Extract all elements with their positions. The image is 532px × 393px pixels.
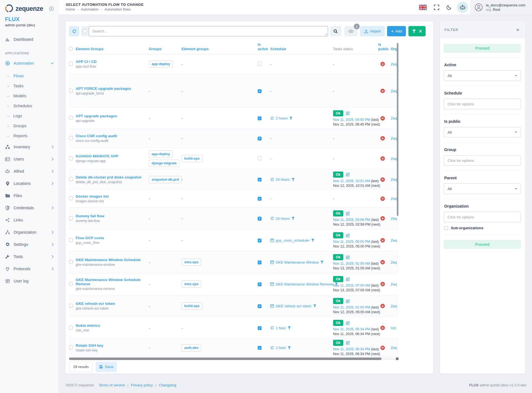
last-run-link[interactable]: Nov 11, 2025, 05:34 PM <box>333 347 370 351</box>
row-checkbox[interactable] <box>69 216 73 220</box>
last-run-link[interactable]: Nov 11, 2025, 04:50 PM <box>333 118 370 122</box>
is-active-checkbox[interactable]: ✓ <box>258 239 262 243</box>
org-link[interactable]: Zeq <box>391 304 397 308</box>
flow-name-link[interactable]: Rotate SSH key <box>76 343 147 348</box>
status-badge[interactable]: Ok <box>333 340 343 346</box>
org-link[interactable]: Zeq <box>391 346 397 350</box>
schedule-filter-icon[interactable] <box>288 326 291 330</box>
row-checkbox[interactable] <box>69 345 73 349</box>
fullscreen-button[interactable] <box>430 5 443 10</box>
flow-name-link[interactable]: APT FORCE upgrade packages <box>76 86 147 91</box>
sidebar-item-dashboard[interactable]: Dashboard <box>5 33 54 45</box>
status-badge[interactable]: Ok <box>333 172 343 178</box>
schedule-filter-icon[interactable] <box>320 261 324 264</box>
vertical-scrollbar[interactable] <box>397 43 398 216</box>
is-active-checkbox[interactable] <box>258 62 262 66</box>
footer-link-privacy[interactable]: Privacy policy <box>131 383 153 387</box>
org-link[interactable]: Zeq <box>391 238 397 243</box>
horizontal-scrollbar[interactable] <box>69 358 398 360</box>
schedule-filter-icon[interactable] <box>291 217 295 220</box>
element-group-badge[interactable]: auth.dev <box>181 344 201 351</box>
sidebar-item-tools[interactable]: Tools <box>5 251 54 263</box>
status-badge[interactable]: Ok <box>333 210 343 216</box>
status-badge[interactable]: Ok <box>333 232 343 238</box>
edit-icon[interactable] <box>346 211 350 216</box>
column-header-groups[interactable]: Groups <box>149 47 181 51</box>
row-checkbox[interactable] <box>69 282 73 286</box>
flow-name-link[interactable]: Cisco CSR config audit <box>76 134 147 138</box>
schedule-filter-icon[interactable] <box>311 239 314 242</box>
schedule-link[interactable]: GKE Maintenance Window Remove <box>276 282 333 286</box>
flow-name-link[interactable]: Docker images list <box>76 194 147 198</box>
sidebar-item-inventory[interactable]: Inventory <box>5 141 54 153</box>
org-link[interactable]: Zeq <box>391 216 397 221</box>
search-button[interactable] <box>330 26 341 36</box>
sidebar-item-credentials[interactable]: Credentials <box>5 202 54 214</box>
org-link[interactable]: Zeq <box>391 196 397 201</box>
filter-schedule-input[interactable]: Click for options <box>444 99 521 109</box>
select-all-checkbox[interactable] <box>69 47 73 51</box>
element-group-badge[interactable]: build.ops <box>181 302 203 310</box>
sidebar-item-alfred[interactable]: Alfred <box>5 165 54 177</box>
element-group-badge[interactable]: nms.ops <box>181 259 201 266</box>
select-all-checkbox[interactable] <box>83 29 87 33</box>
is-active-checkbox[interactable] <box>258 156 262 160</box>
footer-link-changelog[interactable]: Changelog <box>159 383 176 387</box>
flow-name-link[interactable]: APP CI / CD <box>76 60 147 64</box>
edit-icon[interactable] <box>346 255 350 259</box>
flow-name-link[interactable]: Nokia metrics <box>76 323 147 328</box>
flow-name-link[interactable]: GKE refresh ecr token <box>76 302 147 306</box>
brand-logo[interactable]: zequenze <box>5 4 54 13</box>
last-run-link[interactable]: Nov 11, 2025, 05:00 PM <box>333 240 370 244</box>
org-link[interactable]: Zeq <box>391 89 397 93</box>
sidebar-item-models[interactable]: –Models <box>5 91 54 101</box>
schedule-filter-icon[interactable] <box>288 346 291 349</box>
refresh-button[interactable] <box>69 26 79 36</box>
org-link[interactable]: Zeq <box>391 62 397 66</box>
group-badge[interactable]: snapshot-db.prd <box>149 176 182 183</box>
proceed-button-bottom[interactable]: Proceed <box>444 240 521 249</box>
schedule-link[interactable]: GKE Maintenance Window <box>276 260 319 264</box>
sidebar-item-files[interactable]: Files <box>5 190 54 202</box>
flow-name-link[interactable]: GKE Maintenance Window Schedule Remove <box>76 278 147 286</box>
sidebar-item-logs[interactable]: –Logs <box>5 111 54 121</box>
is-active-checkbox[interactable]: ✓ <box>258 326 262 330</box>
row-checkbox[interactable] <box>69 260 73 264</box>
flow-name-link[interactable]: DJANGO MIGRATE APP <box>76 154 147 158</box>
suborg-checkbox[interactable] <box>444 226 448 230</box>
edit-icon[interactable] <box>346 233 350 238</box>
flow-name-link[interactable]: APT upgrade packages <box>76 114 147 118</box>
horizontal-scrollbar-thumb[interactable] <box>69 358 382 360</box>
row-checkbox[interactable] <box>69 177 73 181</box>
target-icon[interactable] <box>49 6 54 11</box>
filter-organization-input[interactable]: Click for options <box>444 212 521 222</box>
column-header-is-public[interactable]: Is public <box>378 42 391 52</box>
group-badge[interactable]: app-deploy <box>149 60 173 68</box>
user-menu[interactable]: ia_docs@zequenze.com org: Root <box>470 0 532 14</box>
last-run-link[interactable]: Nov 11, 2025, 05:34 PM <box>333 327 370 331</box>
row-checkbox[interactable] <box>69 304 73 308</box>
is-active-checkbox[interactable]: ✓ <box>258 137 262 141</box>
flow-name-link[interactable]: GKE Maintenance Window Schedule <box>76 258 147 262</box>
status-badge[interactable]: Ok <box>333 320 343 326</box>
schedule-filter-icon[interactable] <box>291 178 295 181</box>
filter-group-input[interactable]: Click for options <box>444 155 521 166</box>
is-active-checkbox[interactable]: ✓ <box>258 217 262 221</box>
flow-name-link[interactable]: Delete db-cluster prd disks snapshot <box>76 175 147 179</box>
org-link[interactable]: Izzi <box>391 326 396 330</box>
sidebar-item-users[interactable]: Users <box>5 153 54 165</box>
status-badge[interactable]: Ok <box>333 110 343 116</box>
sidebar-item-locations[interactable]: Locations <box>5 177 54 190</box>
row-checkbox[interactable] <box>69 89 73 93</box>
edit-icon[interactable] <box>346 299 350 303</box>
sidebar-item-schedules[interactable]: –Schedules <box>5 101 54 111</box>
is-active-checkbox[interactable]: ✓ <box>258 261 262 264</box>
schedule-filter-icon[interactable] <box>289 117 293 120</box>
sidebar-item-automation[interactable]: Automation <box>5 57 54 69</box>
last-run-link[interactable]: Nov 11, 2025, 10:01 AM <box>333 179 370 183</box>
last-run-link[interactable]: Nov 11, 2025, 03:06 PM <box>333 218 370 222</box>
row-checkbox[interactable] <box>69 62 73 66</box>
sidebar-item-reports[interactable]: –Reports <box>5 131 54 141</box>
close-icon[interactable]: ✕ <box>516 27 520 32</box>
sidebar-item-settings[interactable]: Settings <box>5 238 54 251</box>
